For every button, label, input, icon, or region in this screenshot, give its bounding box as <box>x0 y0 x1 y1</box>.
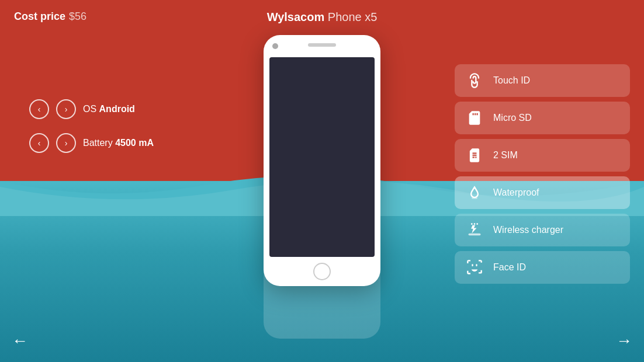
battery-next-button[interactable]: › <box>56 133 76 153</box>
phone-camera <box>272 43 278 49</box>
battery-prev-button[interactable]: ‹ <box>29 133 49 153</box>
feature-micro-sd[interactable]: Micro SD <box>455 102 630 134</box>
phone-brand: Wylsacom <box>267 11 325 23</box>
waterproof-label: Waterproof <box>493 187 539 198</box>
os-prev-button[interactable]: ‹ <box>29 99 49 119</box>
battery-label: Battery 4500 mA <box>83 138 154 148</box>
fingerprint-icon <box>464 70 485 91</box>
header: Cost price $56 Wylsacom Phone x5 <box>0 11 644 24</box>
cost-price-label: Cost price <box>14 11 65 23</box>
nav-back-button[interactable]: ← <box>12 332 28 350</box>
sd-card-icon <box>464 107 485 128</box>
feature-2sim[interactable]: 2 SIM <box>455 139 630 172</box>
phone-device <box>264 35 380 339</box>
phone-speaker <box>308 43 336 47</box>
wireless-charger-label: Wireless charger <box>493 225 563 235</box>
phone-model: Phone x5 <box>328 11 378 23</box>
water-icon <box>464 182 485 203</box>
left-panel: ‹ › OS Android ‹ › Battery 4500 mA <box>29 99 154 153</box>
nav-forward-button[interactable]: → <box>616 332 632 350</box>
feature-wireless-charger[interactable]: Wireless charger <box>455 214 630 246</box>
svg-rect-0 <box>469 234 481 236</box>
feature-waterproof[interactable]: Waterproof <box>455 176 630 209</box>
cost-price-value: $56 <box>69 11 86 23</box>
phone-home-button <box>313 263 331 280</box>
phone-title: Wylsacom Phone x5 <box>267 11 378 24</box>
touch-id-label: Touch ID <box>493 75 530 86</box>
features-panel: Touch ID Micro SD 2 SIM Waterproof <box>455 64 630 284</box>
sim-icon <box>464 145 485 166</box>
phone-outer <box>264 35 380 286</box>
os-control-row: ‹ › OS Android <box>29 99 154 119</box>
2sim-label: 2 SIM <box>493 150 518 161</box>
feature-face-id[interactable]: Face ID <box>455 251 630 284</box>
os-label: OS Android <box>83 104 135 114</box>
cost-price: Cost price $56 <box>14 11 86 23</box>
phone-screen <box>269 57 375 257</box>
wireless-charge-icon <box>464 220 485 241</box>
face-id-label: Face ID <box>493 262 526 273</box>
micro-sd-label: Micro SD <box>493 113 532 123</box>
battery-control-row: ‹ › Battery 4500 mA <box>29 133 154 153</box>
feature-touch-id[interactable]: Touch ID <box>455 64 630 97</box>
os-next-button[interactable]: › <box>56 99 76 119</box>
face-id-icon <box>464 257 485 278</box>
